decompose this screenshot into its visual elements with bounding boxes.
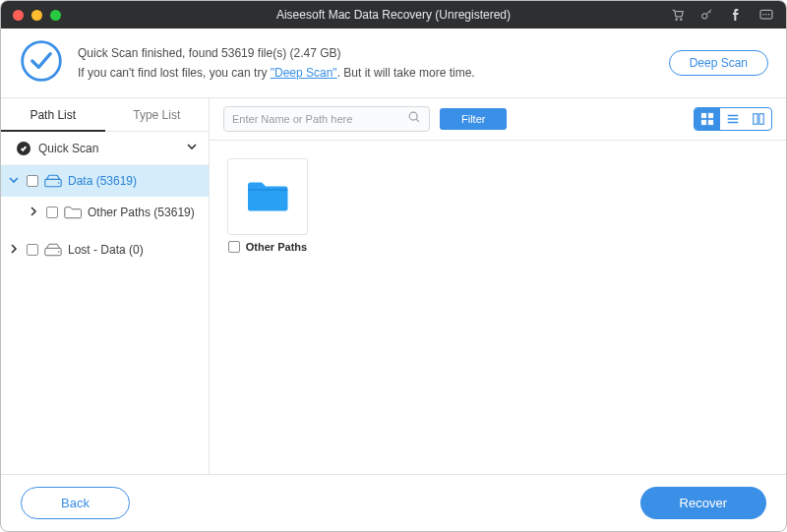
- scan-summary-banner: Quick Scan finished, found 53619 file(s)…: [1, 29, 786, 98]
- disk-icon: [44, 174, 62, 188]
- chevron-down-icon[interactable]: [185, 140, 199, 156]
- svg-rect-20: [754, 114, 757, 125]
- file-tree: Quick Scan Data (53619) Other Paths (536…: [1, 132, 209, 266]
- search-input[interactable]: [232, 113, 407, 125]
- tree-quick-scan-row[interactable]: Quick Scan: [1, 132, 209, 165]
- scan-summary-text: Quick Scan finished, found 53619 file(s)…: [78, 43, 475, 84]
- file-grid: Other Paths: [210, 141, 786, 270]
- tab-path-list[interactable]: Path List: [1, 98, 105, 132]
- tree-item-other-paths[interactable]: Other Paths (53619): [1, 197, 209, 228]
- content-area: Filter Other Paths: [210, 98, 786, 474]
- svg-rect-15: [701, 120, 705, 124]
- search-icon[interactable]: [407, 110, 421, 128]
- checkmark-circle-icon: [17, 142, 30, 155]
- deep-scan-button[interactable]: Deep Scan: [669, 50, 768, 76]
- checkmark-icon: [19, 38, 64, 88]
- chevron-right-icon[interactable]: [27, 206, 40, 220]
- search-box[interactable]: [223, 106, 430, 132]
- svg-point-11: [58, 251, 60, 253]
- tree-item-lost-data[interactable]: Lost - Data (0): [1, 234, 209, 266]
- folder-icon: [246, 179, 289, 214]
- window-title: Aiseesoft Mac Data Recovery (Unregistere…: [1, 8, 786, 22]
- svg-rect-14: [708, 113, 712, 117]
- content-toolbar: Filter: [210, 98, 786, 141]
- checkbox[interactable]: [27, 244, 38, 256]
- disk-icon: [44, 243, 62, 257]
- deep-scan-link[interactable]: "Deep Scan": [271, 66, 337, 80]
- svg-rect-16: [708, 120, 712, 124]
- svg-rect-13: [701, 113, 705, 117]
- recover-button[interactable]: Recover: [640, 487, 766, 519]
- svg-rect-21: [759, 114, 763, 125]
- total-size: 2.47 GB: [293, 46, 336, 60]
- tree-item-data[interactable]: Data (53619): [1, 165, 209, 197]
- view-list-button[interactable]: [720, 108, 746, 130]
- sidebar: Path List Type List Quick Scan Data (536…: [1, 98, 210, 474]
- svg-point-12: [409, 112, 417, 120]
- tree-item-label: Data (53619): [68, 174, 137, 188]
- svg-point-7: [23, 42, 61, 81]
- grid-item[interactable]: Other Paths: [227, 158, 308, 253]
- back-button[interactable]: Back: [21, 487, 130, 519]
- view-detail-button[interactable]: [746, 108, 771, 130]
- checkbox[interactable]: [228, 241, 240, 253]
- chevron-right-icon[interactable]: [7, 243, 21, 258]
- svg-point-9: [58, 182, 60, 184]
- tree-quick-scan-label: Quick Scan: [38, 142, 98, 155]
- checkbox[interactable]: [27, 175, 38, 187]
- titlebar: Aiseesoft Mac Data Recovery (Unregistere…: [1, 1, 786, 29]
- chevron-down-icon[interactable]: [7, 174, 21, 189]
- view-grid-button[interactable]: [695, 108, 720, 130]
- tree-item-label: Other Paths (53619): [88, 206, 195, 219]
- checkbox[interactable]: [46, 207, 58, 218]
- tab-type-list[interactable]: Type List: [105, 98, 210, 132]
- folder-icon: [64, 206, 82, 219]
- file-count: 53619: [221, 46, 254, 60]
- grid-item-label: Other Paths: [246, 241, 307, 253]
- tree-item-label: Lost - Data (0): [68, 243, 144, 257]
- filter-button[interactable]: Filter: [440, 108, 507, 130]
- view-mode-toggle: [694, 107, 772, 131]
- folder-thumbnail: [227, 158, 308, 235]
- footer: Back Recover: [1, 474, 786, 531]
